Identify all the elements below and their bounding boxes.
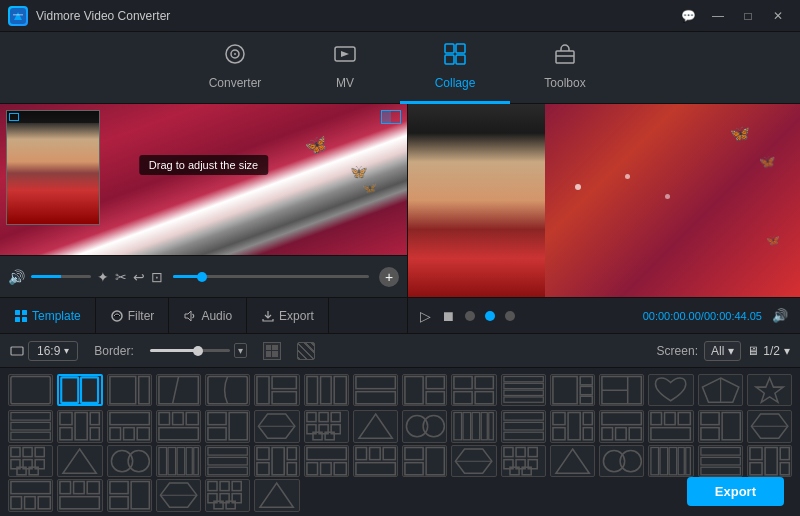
preview-time: 00:00:00.00/00:00:44.05 (643, 310, 762, 322)
chat-button[interactable]: 💬 (674, 5, 702, 27)
template-item-33[interactable] (57, 445, 102, 477)
template-item-23[interactable] (353, 410, 398, 442)
svg-rect-117 (35, 447, 44, 456)
play-button[interactable]: ▷ (420, 308, 431, 324)
template-item-48[interactable] (8, 479, 53, 511)
template-item-11[interactable] (550, 374, 595, 406)
template-item-12[interactable] (599, 374, 644, 406)
star-icon[interactable]: ✦ (97, 269, 109, 285)
template-item-25[interactable] (451, 410, 496, 442)
audio-tab-label: Audio (201, 309, 232, 323)
tab-toolbox[interactable]: Toolbox (510, 32, 620, 104)
template-item-18[interactable] (107, 410, 152, 442)
preview-canvas[interactable]: 🦋 🦋 🦋 (408, 104, 800, 297)
tab-collage[interactable]: Collage (400, 32, 510, 104)
svg-rect-58 (11, 423, 50, 431)
export-button[interactable]: Export (687, 477, 784, 506)
svg-rect-146 (356, 463, 395, 475)
stop-button[interactable]: ⏹ (441, 308, 455, 324)
template-item-8[interactable] (402, 374, 447, 406)
template-item-28[interactable] (599, 410, 644, 442)
template-item-19[interactable] (156, 410, 201, 442)
template-item-35[interactable] (156, 445, 201, 477)
template-item-14[interactable] (698, 374, 743, 406)
template-item-0[interactable] (8, 374, 53, 406)
template-tab-button[interactable]: Template (0, 298, 96, 333)
template-item-49[interactable] (57, 479, 102, 511)
volume-slider[interactable] (31, 275, 91, 278)
close-button[interactable]: ✕ (764, 5, 792, 27)
volume-icon[interactable]: 🔊 (8, 269, 25, 285)
border-dropdown[interactable]: ▾ (234, 343, 247, 358)
template-item-50[interactable] (107, 479, 152, 511)
copy-icon[interactable]: ⊡ (151, 269, 163, 285)
template-item-37[interactable] (254, 445, 299, 477)
template-item-15[interactable] (747, 374, 792, 406)
template-item-42[interactable] (501, 445, 546, 477)
template-item-47[interactable] (747, 445, 792, 477)
template-item-6[interactable] (304, 374, 349, 406)
template-item-1[interactable] (57, 374, 102, 406)
pattern-toggle[interactable] (297, 342, 315, 360)
template-item-2[interactable] (107, 374, 152, 406)
preview-volume-icon[interactable]: 🔊 (772, 308, 788, 323)
template-item-52[interactable] (205, 479, 250, 511)
add-media-button[interactable]: + (379, 267, 399, 287)
template-item-40[interactable] (402, 445, 447, 477)
template-item-20[interactable] (205, 410, 250, 442)
template-item-7[interactable] (353, 374, 398, 406)
template-item-13[interactable] (648, 374, 693, 406)
svg-rect-71 (186, 413, 198, 425)
tab-mv[interactable]: MV (290, 32, 400, 104)
template-item-46[interactable] (698, 445, 743, 477)
template-item-16[interactable] (8, 410, 53, 442)
minimize-button[interactable]: — (704, 5, 732, 27)
svg-rect-74 (229, 413, 247, 440)
undo-icon[interactable]: ↩ (133, 269, 145, 285)
preview-controls: ▷ ⏹ 00:00:00.00/00:00:44.05 🔊 (408, 297, 800, 333)
template-item-45[interactable] (648, 445, 693, 477)
maximize-button[interactable]: □ (734, 5, 762, 27)
export-tab-button[interactable]: Export (247, 298, 329, 333)
template-item-53[interactable] (254, 479, 299, 511)
template-item-4[interactable] (205, 374, 250, 406)
audio-icon (183, 309, 197, 323)
template-item-21[interactable] (254, 410, 299, 442)
audio-tab-button[interactable]: Audio (169, 298, 247, 333)
border-slider[interactable] (150, 349, 230, 352)
template-item-34[interactable] (107, 445, 152, 477)
template-item-39[interactable] (353, 445, 398, 477)
template-item-17[interactable] (57, 410, 102, 442)
scissors-icon[interactable]: ✂ (115, 269, 127, 285)
filter-tab-button[interactable]: Filter (96, 298, 170, 333)
template-item-43[interactable] (550, 445, 595, 477)
timeline-slider[interactable] (173, 275, 369, 278)
template-item-9[interactable] (451, 374, 496, 406)
template-item-5[interactable] (254, 374, 299, 406)
screen-select[interactable]: All ▾ (704, 341, 741, 361)
ratio-button[interactable]: 16:9 ▾ (28, 341, 78, 361)
svg-rect-65 (109, 413, 148, 425)
template-item-24[interactable] (402, 410, 447, 442)
template-item-38[interactable] (304, 445, 349, 477)
editor-canvas[interactable]: 🦋 🦋 🦋 (0, 104, 407, 255)
tab-converter[interactable]: Converter (180, 32, 290, 104)
grid-view-toggle[interactable] (263, 342, 281, 360)
template-item-30[interactable] (698, 410, 743, 442)
svg-rect-49 (580, 386, 592, 394)
template-item-51[interactable] (156, 479, 201, 511)
template-item-10[interactable] (501, 374, 546, 406)
svg-rect-183 (60, 497, 99, 509)
template-item-29[interactable] (648, 410, 693, 442)
display-ratio-arrow[interactable]: ▾ (784, 344, 790, 358)
template-item-27[interactable] (550, 410, 595, 442)
template-item-36[interactable] (205, 445, 250, 477)
template-item-41[interactable] (451, 445, 496, 477)
svg-rect-90 (463, 413, 471, 440)
template-item-44[interactable] (599, 445, 644, 477)
template-item-32[interactable] (8, 445, 53, 477)
template-item-3[interactable] (156, 374, 201, 406)
template-item-26[interactable] (501, 410, 546, 442)
template-item-22[interactable] (304, 410, 349, 442)
template-item-31[interactable] (747, 410, 792, 442)
